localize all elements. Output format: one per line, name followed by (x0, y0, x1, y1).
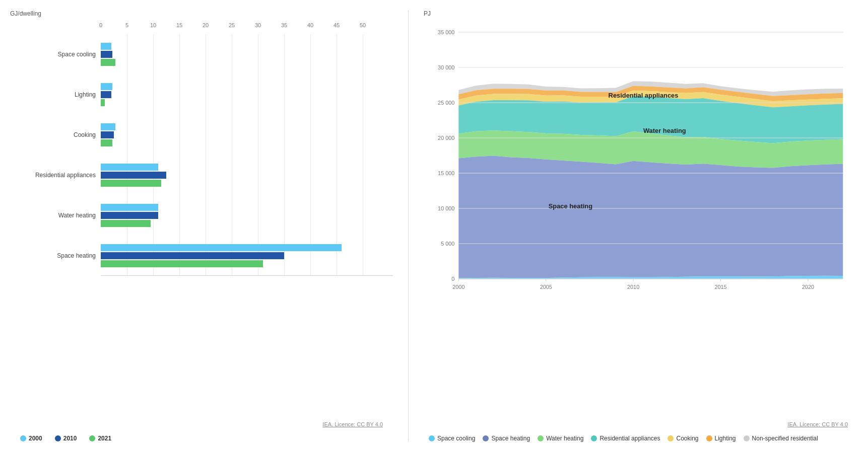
chart-area-label: Residential appliances (609, 92, 679, 99)
legend-dot-2000 (20, 435, 26, 441)
category-group-1: Lighting (101, 74, 393, 115)
bar-2000-2 (101, 123, 115, 130)
chart-area-label: Water heating (643, 127, 686, 134)
right-legend-label: Residential appliances (599, 435, 660, 442)
svg-text:2010: 2010 (627, 284, 639, 290)
left-license[interactable]: IEA. Licence: CC BY 4.0 (10, 421, 393, 427)
right-legend-item-cooking: Cooking (667, 435, 698, 442)
svg-text:30 000: 30 000 (438, 64, 454, 70)
legend-item-2010: 2010 (55, 435, 77, 442)
right-legend-dot (483, 435, 489, 441)
legend-label-2021: 2021 (98, 435, 111, 442)
right-legend-label: Cooking (676, 435, 698, 442)
legend-item-2021: 2021 (89, 435, 111, 442)
category-label-0: Space cooling (8, 51, 96, 58)
bar-2021-0 (101, 59, 115, 66)
svg-text:2020: 2020 (802, 284, 814, 290)
svg-text:0: 0 (451, 276, 454, 282)
bar-2000-1 (101, 83, 112, 90)
category-label-4: Water heating (8, 212, 96, 219)
x-tick-30: 30 (255, 22, 261, 28)
category-label-3: Residential appliances (8, 172, 96, 179)
category-group-5: Space heating (101, 236, 393, 276)
svg-text:10 000: 10 000 (438, 205, 454, 211)
right-legend-label: Water heating (546, 435, 583, 442)
bar-2010-2 (101, 131, 114, 138)
right-legend-dot (706, 435, 712, 441)
x-tick-35: 35 (281, 22, 287, 28)
category-group-0: Space cooling (101, 34, 393, 74)
chart-area-label: Space heating (549, 202, 592, 210)
right-license[interactable]: IEA. Licence: CC BY 4.0 (424, 421, 858, 427)
right-chart-panel: PJ 05 00010 00015 00020 00025 00030 0003… (424, 10, 858, 442)
category-group-3: Residential appliances (101, 155, 393, 195)
category-label-5: Space heating (8, 252, 96, 259)
right-legend-dot (667, 435, 674, 441)
x-tick-20: 20 (203, 22, 209, 28)
x-tick-0: 0 (99, 22, 102, 28)
right-legend-label: Lighting (715, 435, 736, 442)
x-tick-25: 25 (229, 22, 235, 28)
area-chart-wrapper: 05 00010 00015 00020 00025 00030 00035 0… (424, 22, 858, 419)
category-group-2: Cooking (101, 115, 393, 155)
x-tick-15: 15 (176, 22, 182, 28)
x-tick-40: 40 (307, 22, 313, 28)
category-label-2: Cooking (8, 131, 96, 138)
bar-chart-body: Space coolingLightingCookingResidential … (101, 34, 393, 276)
svg-text:20 000: 20 000 (438, 135, 454, 141)
bar-2010-1 (101, 91, 111, 98)
bar-2021-2 (101, 139, 112, 146)
right-legend-item-space-cooling: Space cooling (429, 435, 475, 442)
svg-text:35 000: 35 000 (438, 29, 454, 35)
bar-2010-5 (101, 252, 284, 259)
bar-2021-4 (101, 220, 151, 227)
right-legend-item-non-specified-residential: Non-specified residential (744, 435, 818, 442)
legend-label-2010: 2010 (63, 435, 77, 442)
right-y-axis-label: PJ (424, 10, 858, 17)
x-tick-5: 5 (125, 22, 128, 28)
right-legend-dot (591, 435, 597, 441)
svg-text:5 000: 5 000 (441, 241, 454, 247)
bar-2010-0 (101, 51, 112, 58)
right-legend-label: Space heating (491, 435, 530, 442)
right-legend-item-water-heating: Water heating (538, 435, 583, 442)
bar-2000-3 (101, 164, 158, 171)
bar-2021-5 (101, 260, 263, 267)
legend-dot-2021 (89, 435, 95, 441)
left-legend: 200020102021 (10, 435, 393, 442)
legend-item-2000: 2000 (20, 435, 42, 442)
bar-2000-0 (101, 43, 111, 50)
category-group-4: Water heating (101, 195, 393, 236)
right-legend-label: Non-specified residential (752, 435, 818, 442)
right-legend-item-residential-appliances: Residential appliances (591, 435, 660, 442)
bar-2000-5 (101, 244, 342, 251)
left-x-axis: 05101520253035404550 (101, 22, 363, 32)
right-legend-item-space-heating: Space heating (483, 435, 530, 442)
area-chart-svg: 05 00010 00015 00020 00025 00030 00035 0… (424, 22, 858, 304)
bar-2000-4 (101, 204, 158, 211)
right-legend-item-lighting: Lighting (706, 435, 736, 442)
left-chart-panel: GJ/dwelling 05101520253035404550 Space c… (10, 10, 393, 442)
bar-2021-3 (101, 180, 161, 187)
category-label-1: Lighting (8, 91, 96, 98)
right-legend-dot (538, 435, 544, 441)
bar-2021-1 (101, 99, 105, 106)
bar-2010-3 (101, 172, 166, 179)
left-y-axis-label: GJ/dwelling (10, 10, 393, 17)
right-legend-label: Space cooling (437, 435, 475, 442)
legend-dot-2010 (55, 435, 61, 441)
x-tick-50: 50 (360, 22, 366, 28)
svg-text:2000: 2000 (452, 284, 464, 290)
svg-text:25 000: 25 000 (438, 100, 454, 106)
right-legend: Space coolingSpace heatingWater heatingR… (424, 435, 858, 442)
chart-divider (408, 10, 409, 442)
bar-2010-4 (101, 212, 158, 219)
area-layer-1 (458, 156, 843, 278)
svg-text:2015: 2015 (714, 284, 726, 290)
svg-text:15 000: 15 000 (438, 170, 454, 176)
svg-text:2005: 2005 (540, 284, 552, 290)
x-tick-10: 10 (150, 22, 156, 28)
legend-label-2000: 2000 (29, 435, 42, 442)
right-legend-dot (429, 435, 435, 441)
x-tick-45: 45 (333, 22, 340, 28)
